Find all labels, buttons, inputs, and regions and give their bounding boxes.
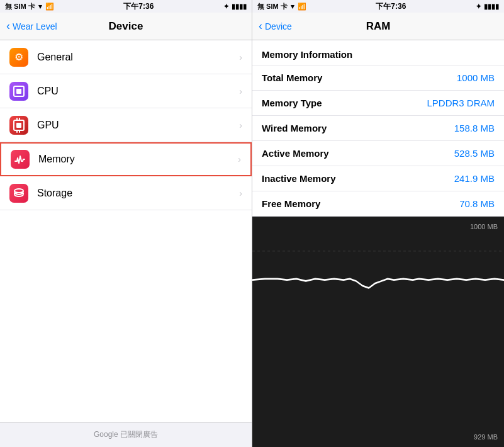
left-status-bar: 無 SIM 卡 ▾ 📶 下午7:36 ✦ ▮▮▮▮: [0, 0, 252, 13]
wifi-icon-right: 📶: [298, 3, 306, 11]
value-active-memory: 528.5 MB: [454, 148, 495, 159]
cpu-label: CPU: [37, 86, 239, 97]
battery-icon-left: ▮▮▮▮: [232, 3, 247, 11]
ad-bar: Google 已關閉廣告: [0, 422, 252, 447]
left-panel: 無 SIM 卡 ▾ 📶 下午7:36 ✦ ▮▮▮▮ ‹ Wear Level D…: [0, 0, 252, 447]
gpu-chevron-icon: ›: [239, 120, 242, 130]
ad-text: Google 已關閉廣告: [94, 429, 158, 440]
right-panel: 無 SIM 卡 ▾ 📶 下午7:36 ✦ ▮▮▮▮ ‹ Device RAM M…: [252, 0, 504, 447]
label-total-memory: Total Memory: [262, 72, 322, 83]
sim-icon-left: ▾: [38, 3, 42, 11]
bluetooth-icon-right: ✦: [476, 3, 481, 11]
carrier-text-left: 無 SIM 卡: [5, 2, 35, 11]
memory-icon: [11, 150, 30, 169]
row-active-memory: Active Memory 528.5 MB: [252, 140, 504, 166]
status-right-right: ✦ ▮▮▮▮: [476, 3, 499, 11]
value-inactive-memory: 241.9 MB: [454, 173, 495, 184]
left-back-chevron-icon: ‹: [6, 20, 10, 33]
general-icon: ⚙: [9, 48, 28, 67]
chart-svg: [252, 217, 504, 447]
sim-icon-right: ▾: [291, 3, 294, 11]
status-time-right: 下午7:36: [376, 1, 406, 12]
left-menu-list: ⚙ General › CPU ›: [0, 40, 252, 422]
right-back-label: Device: [265, 21, 292, 31]
battery-icon-right: ▮▮▮▮: [484, 3, 499, 11]
left-back-label: Wear Level: [13, 21, 57, 31]
label-wired-memory: Wired Memory: [262, 123, 327, 133]
value-total-memory: 1000 MB: [457, 72, 495, 83]
label-memory-type: Memory Type: [262, 98, 322, 108]
storage-label: Storage: [37, 188, 239, 199]
chart-label-top: 1000 MB: [470, 223, 498, 230]
right-nav-title: RAM: [366, 20, 391, 33]
gpu-icon: [9, 116, 28, 135]
storage-icon: [9, 184, 28, 203]
label-active-memory: Active Memory: [262, 148, 329, 159]
left-back-button[interactable]: ‹ Wear Level: [6, 20, 57, 33]
right-status-bar: 無 SIM 卡 ▾ 📶 下午7:36 ✦ ▮▮▮▮: [252, 0, 504, 13]
wifi-icon-left: 📶: [45, 3, 54, 11]
row-wired-memory: Wired Memory 158.8 MB: [252, 115, 504, 140]
general-label: General: [37, 52, 239, 63]
storage-chevron-icon: ›: [239, 188, 242, 198]
menu-item-general[interactable]: ⚙ General ›: [0, 40, 252, 74]
menu-item-memory[interactable]: Memory ›: [0, 142, 252, 176]
cpu-icon: [9, 82, 28, 101]
row-total-memory: Total Memory 1000 MB: [252, 65, 504, 90]
memory-label: Memory: [38, 154, 238, 165]
carrier-text-right: 無 SIM 卡: [257, 2, 288, 11]
menu-item-gpu[interactable]: GPU ›: [0, 108, 252, 142]
value-free-memory: 70.8 MB: [459, 198, 495, 209]
menu-item-storage[interactable]: Storage ›: [0, 176, 252, 210]
row-inactive-memory: Inactive Memory 241.9 MB: [252, 166, 504, 191]
label-free-memory: Free Memory: [262, 198, 320, 209]
status-carrier-left: 無 SIM 卡 ▾ 📶: [5, 2, 54, 11]
right-back-chevron-icon: ‹: [259, 20, 262, 33]
menu-item-cpu[interactable]: CPU ›: [0, 74, 252, 108]
memory-info-section: Memory Information Total Memory 1000 MB …: [252, 40, 504, 217]
right-back-button[interactable]: ‹ Device: [259, 20, 292, 33]
value-wired-memory: 158.8 MB: [454, 123, 495, 133]
status-time-left: 下午7:36: [123, 1, 154, 12]
memory-chart: 1000 MB 929 MB: [252, 217, 504, 447]
right-nav-bar: ‹ Device RAM: [252, 13, 504, 40]
row-memory-type: Memory Type LPDDR3 DRAM: [252, 90, 504, 115]
status-carrier-right: 無 SIM 卡 ▾ 📶: [257, 2, 306, 11]
memory-chevron-icon: ›: [238, 154, 241, 164]
gpu-label: GPU: [37, 120, 239, 131]
cpu-chevron-icon: ›: [239, 86, 242, 96]
section-header: Memory Information: [252, 40, 504, 65]
value-memory-type: LPDDR3 DRAM: [427, 98, 495, 108]
status-right-left: ✦ ▮▮▮▮: [223, 3, 247, 11]
left-nav-title: Device: [109, 20, 143, 33]
left-nav-bar: ‹ Wear Level Device: [0, 13, 252, 40]
chart-label-bottom: 929 MB: [474, 433, 498, 441]
row-free-memory: Free Memory 70.8 MB: [252, 191, 504, 217]
general-chevron-icon: ›: [239, 52, 242, 62]
label-inactive-memory: Inactive Memory: [262, 173, 336, 184]
bluetooth-icon-left: ✦: [223, 3, 229, 11]
